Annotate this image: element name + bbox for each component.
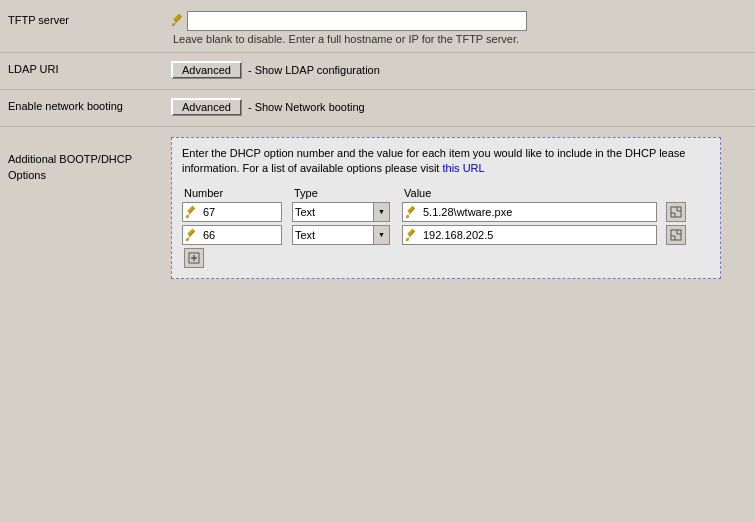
ldap-advanced-button[interactable]: Advanced — [171, 61, 242, 79]
cell-action-2 — [662, 225, 686, 245]
tftp-pencil-icon — [171, 13, 187, 29]
tftp-row: TFTP server Leave blank to disable. Ente… — [0, 8, 755, 48]
cell-number-1 — [182, 202, 292, 222]
tftp-input-row — [171, 11, 749, 31]
svg-rect-3 — [188, 206, 195, 213]
pencil-icon-val-2 — [405, 228, 419, 242]
type-select-wrap-1: Text IP Address Integer Boolean — [292, 202, 390, 222]
svg-rect-6 — [408, 206, 415, 213]
network-boot-row: Enable network booting Advanced - Show N… — [0, 94, 755, 122]
tftp-content: Leave blank to disable. Enter a full hos… — [165, 8, 755, 48]
cell-action-1 — [662, 202, 686, 222]
number-field-1 — [182, 202, 282, 222]
type-select-arrow-1 — [373, 203, 389, 221]
tftp-input-wrap: Leave blank to disable. Enter a full hos… — [171, 11, 749, 45]
col-header-value: Value — [404, 187, 684, 199]
dhcp-description: Enter the DHCP option number and the val… — [182, 146, 710, 177]
cell-type-1: Text IP Address Integer Boolean — [292, 202, 402, 222]
pencil-icon-1 — [185, 205, 199, 219]
action-button-2[interactable] — [666, 225, 686, 245]
main-container: TFTP server Leave blank to disable. Ente… — [0, 0, 755, 295]
add-row-button[interactable] — [184, 248, 204, 268]
number-input-1[interactable] — [201, 203, 271, 221]
type-select-wrap-2: Text IP Address Integer Boolean — [292, 225, 390, 245]
table-row: Text IP Address Integer Boolean — [182, 225, 710, 245]
value-input-1[interactable] — [421, 203, 641, 221]
ldap-content: Advanced - Show LDAP configuration — [165, 57, 755, 82]
tftp-label: TFTP server — [0, 8, 165, 26]
cell-value-2 — [402, 225, 662, 245]
col-header-number: Number — [184, 187, 294, 199]
action-button-1[interactable] — [666, 202, 686, 222]
divider-3 — [0, 126, 755, 127]
svg-rect-17 — [408, 229, 415, 236]
ldap-label: LDAP URI — [0, 57, 165, 75]
cell-type-2: Text IP Address Integer Boolean — [292, 225, 402, 245]
dhcp-row: Additional BOOTP/DHCP Options Enter the … — [0, 131, 755, 283]
network-boot-label: Enable network booting — [0, 94, 165, 112]
type-select-arrow-2 — [373, 226, 389, 244]
svg-rect-9 — [671, 207, 681, 217]
network-boot-advanced-button[interactable]: Advanced — [171, 98, 242, 116]
table-row: Text IP Address Integer Boolean — [182, 202, 710, 222]
type-select-1[interactable]: Text IP Address Integer Boolean — [293, 203, 373, 221]
ldap-row: LDAP URI Advanced - Show LDAP configurat… — [0, 57, 755, 85]
type-select-2[interactable]: Text IP Address Integer Boolean — [293, 226, 373, 244]
svg-rect-20 — [671, 230, 681, 240]
svg-rect-0 — [173, 14, 181, 22]
cell-number-2 — [182, 225, 292, 245]
expand-icon-2 — [670, 229, 682, 241]
col-header-type: Type — [294, 187, 404, 199]
divider-2 — [0, 89, 755, 90]
ldap-show-link: - Show LDAP configuration — [248, 64, 380, 76]
divider-1 — [0, 52, 755, 53]
dhcp-table-headers: Number Type Value — [184, 187, 710, 199]
network-boot-content: Advanced - Show Network booting — [165, 94, 755, 119]
tftp-hint: Leave blank to disable. Enter a full hos… — [173, 33, 749, 45]
cell-value-1 — [402, 202, 662, 222]
tftp-input[interactable] — [187, 11, 527, 31]
dhcp-content: Enter the DHCP option number and the val… — [165, 131, 755, 283]
number-field-2 — [182, 225, 282, 245]
dhcp-label: Additional BOOTP/DHCP Options — [0, 131, 165, 183]
pencil-icon-val-1 — [405, 205, 419, 219]
number-input-2[interactable] — [201, 226, 271, 244]
value-field-1 — [402, 202, 657, 222]
add-icon — [188, 252, 200, 264]
value-input-2[interactable] — [421, 226, 641, 244]
network-boot-show-link: - Show Network booting — [248, 101, 365, 113]
pencil-icon-2 — [185, 228, 199, 242]
svg-rect-14 — [188, 229, 195, 236]
dhcp-url-link[interactable]: this URL — [442, 162, 484, 174]
value-field-2 — [402, 225, 657, 245]
expand-icon-1 — [670, 206, 682, 218]
dhcp-options-box: Enter the DHCP option number and the val… — [171, 137, 721, 279]
